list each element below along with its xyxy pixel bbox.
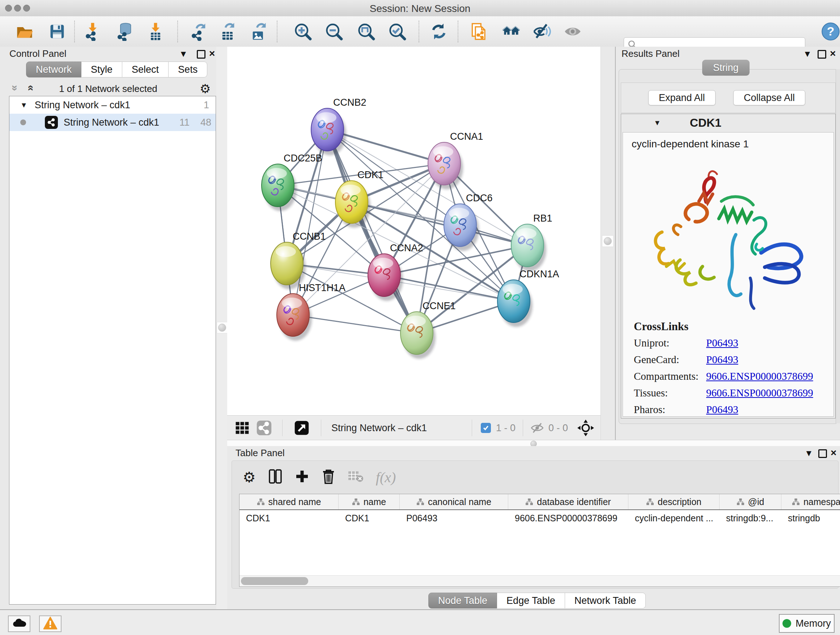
cloud-button[interactable] [8,616,30,632]
string-results-container: Expand All Collapse All ▼ CDK1 cyclin-de… [619,69,838,424]
hidden-eye-icon[interactable] [531,422,544,434]
function-builder-icon[interactable]: f(x) [376,469,396,486]
export-network-icon[interactable] [189,21,209,42]
panel-menu-icon[interactable]: ▼ [803,49,812,59]
column-header-description[interactable]: description [628,494,720,509]
table-cell[interactable]: cyclin-dependent ... [628,510,720,526]
network-collection-row[interactable]: ▼ String Network – cdk1 1 [9,96,216,114]
expand-all-button[interactable]: Expand All [648,90,715,105]
table-cell[interactable]: stringdb [782,510,840,526]
memory-button[interactable]: Memory [779,614,835,633]
table-cell[interactable]: 9606.ENSP00000378699 [508,510,628,526]
network-node-RB1[interactable]: RB1 [511,213,553,271]
left-splitter[interactable] [216,47,227,609]
table-horizontal-scrollbar[interactable] [240,575,840,586]
panel-float-icon[interactable] [818,449,827,458]
show-graphics-details-icon[interactable] [562,21,583,42]
network-node-CCNE1[interactable]: CCNE1 [401,301,456,359]
export-table-icon[interactable] [218,21,238,42]
results-scrollbar[interactable] [836,69,840,423]
panel-close-icon[interactable]: × [830,48,836,59]
collapse-section-icon[interactable]: ▼ [654,119,661,127]
import-table-file-icon[interactable] [145,21,166,42]
open-in-new-window-icon[interactable] [294,420,309,435]
help-icon[interactable]: ? [821,21,840,42]
tab-network[interactable]: Network [26,62,81,78]
network-view-canvas[interactable]: CCNB2CCNA1CDC25BCDK1CDC6RB1CCNB1CCNA2CDK… [227,47,600,415]
tab-sets[interactable]: Sets [169,62,207,78]
right-splitter[interactable] [600,47,615,440]
column-header-database-identifier[interactable]: database identifier [508,494,628,509]
network-node-CDKN1A[interactable]: CDKN1A [497,269,559,327]
delete-icon[interactable] [322,469,335,486]
column-header-@id[interactable]: @id [720,494,782,509]
panel-float-icon[interactable] [197,50,205,59]
zoom-selected-icon[interactable] [387,21,407,42]
tab-style[interactable]: Style [81,62,122,78]
add-icon[interactable] [295,469,309,485]
right-splitter-handle[interactable] [604,237,612,245]
save-session-icon[interactable] [47,21,67,42]
panel-close-icon[interactable]: × [209,48,215,59]
gear-icon[interactable]: ⚙ [243,469,256,486]
hide-graphics-details-icon[interactable] [532,21,552,42]
zoom-out-icon[interactable] [324,21,344,42]
column-header-shared-name[interactable]: shared name [240,494,339,509]
network-node-HIST1H1A[interactable]: HIST1H1A [277,282,346,340]
network-node-CCNA1[interactable]: CCNA1 [428,131,483,189]
network-options-gear-icon[interactable]: ⚙ [200,81,210,96]
crosslink-link[interactable]: 9606.ENSP00000378699 [706,371,813,382]
zoom-fit-icon[interactable] [356,21,376,42]
table-cell[interactable]: CDK1 [240,510,339,526]
column-header-canonical-name[interactable]: canonical name [400,494,508,509]
table-body: CDK1CDK1P064939606.ENSP00000378699cyclin… [240,510,840,526]
tab-network-table[interactable]: Network Table [565,593,646,608]
collapse-all-button[interactable]: Collapse All [733,90,805,105]
crosslink-link[interactable]: P06493 [706,337,738,349]
network-node-CCNB2[interactable]: CCNB2 [311,97,366,155]
panel-close-icon[interactable]: × [831,447,836,459]
share-view-icon[interactable] [256,420,272,436]
export-image-icon[interactable] [248,21,269,42]
node-label-CCNE1: CCNE1 [423,301,456,311]
network-graph[interactable]: CCNB2CCNA1CDC25BCDK1CDC6RB1CCNB1CCNA2CDK… [227,47,600,415]
table-cell[interactable]: CDK1 [339,510,400,526]
columns-icon[interactable] [268,469,283,486]
table-panel-title: Table Panel [235,448,285,459]
table-cell[interactable]: stringdb:9... [720,510,782,526]
import-network-file-icon[interactable] [82,21,103,42]
show-all-networks-icon[interactable] [501,21,521,42]
import-network-database-icon[interactable] [115,21,135,42]
open-session-icon[interactable] [14,21,35,42]
delete-table-icon[interactable] [347,470,363,485]
grid-view-icon[interactable] [234,420,250,436]
left-splitter-handle[interactable] [218,324,226,332]
selected-checkbox[interactable] [481,423,491,433]
network-edge[interactable] [384,275,514,301]
tab-node-table[interactable]: Node Table [428,593,497,608]
panel-float-icon[interactable] [818,50,826,59]
table-row[interactable]: CDK1CDK1P064939606.ENSP00000378699cyclin… [240,510,840,526]
column-header-name[interactable]: name [339,494,400,509]
warning-button[interactable] [39,616,62,632]
crosslink-link[interactable]: P06493 [706,354,738,366]
tab-string[interactable]: String [702,60,750,76]
birdseye-crosshair-icon[interactable] [577,420,594,436]
table-cell[interactable]: P06493 [400,510,508,526]
crosslink-link[interactable]: 9606.ENSP00000378699 [706,387,813,399]
clone-network-icon[interactable] [469,21,489,42]
network-row[interactable]: String Network – cdk1 11 48 [9,114,216,131]
panel-menu-icon[interactable]: ▼ [179,49,188,59]
control-panel: Control Panel ▼ × NetworkStyleSelectSets… [0,47,217,609]
refresh-icon[interactable] [429,21,449,42]
scrollbar-thumb[interactable] [241,577,308,585]
collapse-tree-icon[interactable]: ▼ [20,101,27,109]
tab-select[interactable]: Select [122,62,169,78]
crosslink-link[interactable]: P06493 [706,404,738,416]
column-header-namespace[interactable]: namespace [782,494,840,509]
gene-section-header[interactable]: ▼ CDK1 [621,114,835,131]
panel-menu-icon[interactable]: ▼ [805,448,813,458]
zoom-in-icon[interactable] [293,21,313,42]
node-table[interactable]: shared namenamecanonical namedatabase id… [239,494,840,587]
tab-edge-table[interactable]: Edge Table [497,593,565,608]
